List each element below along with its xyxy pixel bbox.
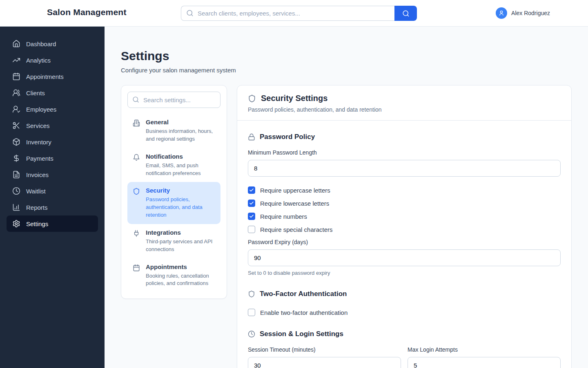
sidebar-item-payments[interactable]: Payments (7, 150, 98, 166)
settings-nav-item-security[interactable]: Security Password policies, authenticati… (127, 182, 220, 224)
settings-nav-label: Security (146, 187, 215, 194)
sidebar-item-clients[interactable]: Clients (7, 85, 98, 101)
lock-icon (248, 133, 255, 141)
search-icon (186, 9, 194, 17)
sidebar-item-label: Analytics (26, 57, 51, 64)
section-title-session-login: Session & Login Settings (260, 330, 343, 338)
require-uppercase-checkbox[interactable]: Require uppercase letters (248, 186, 561, 194)
checkbox-label: Enable two-factor authentication (260, 309, 347, 316)
user-check-icon (12, 105, 20, 113)
panel-subtitle: Password policies, authentication, and d… (248, 106, 561, 113)
settings-nav-description: Booking rules, cancellation policies, an… (146, 272, 215, 288)
settings-nav-item-general[interactable]: General Business information, hours, and… (127, 114, 220, 148)
min-password-length-label: Minimum Password Length (248, 149, 561, 156)
sidebar-item-appointments[interactable]: Appointments (7, 68, 98, 85)
min-password-length-input[interactable] (248, 160, 561, 177)
top-bar: Salon Management Alex Rodriguez (0, 0, 588, 27)
bar-chart-icon (12, 203, 20, 211)
settings-nav-item-notifications[interactable]: Notifications Email, SMS, and push notif… (127, 148, 220, 182)
require-numbers-checkbox[interactable]: Require numbers (248, 213, 561, 220)
require-special-characters-checkbox[interactable]: Require special characters (248, 226, 561, 233)
sidebar-item-label: Appointments (26, 73, 64, 80)
settings-nav-description: Business information, hours, and regiona… (146, 128, 215, 143)
scissors-icon (12, 121, 20, 130)
shield-icon (248, 290, 255, 298)
building-icon (133, 119, 140, 143)
security-settings-panel: Security Settings Password policies, aut… (237, 85, 572, 368)
session-timeout-input[interactable] (248, 357, 401, 368)
sidebar-item-employees[interactable]: Employees (7, 101, 98, 117)
password-expiry-label: Password Expiry (days) (248, 239, 561, 245)
require-lowercase-checkbox[interactable]: Require lowercase letters (248, 200, 561, 207)
checkbox-label: Require uppercase letters (260, 187, 330, 194)
checkbox-label: Require numbers (260, 213, 307, 220)
page-title: Settings (121, 49, 572, 63)
dollar-icon (12, 154, 20, 162)
search-icon (402, 10, 410, 17)
checkbox-icon (248, 213, 255, 220)
plug-icon (133, 230, 140, 254)
file-text-icon (12, 171, 20, 179)
settings-nav-label: Appointments (146, 263, 215, 270)
settings-nav-label: General (146, 119, 215, 126)
sidebar-item-inventory[interactable]: Inventory (7, 134, 98, 150)
checkbox-icon (248, 226, 255, 233)
clock-icon (248, 330, 255, 338)
sidebar-item-waitlist[interactable]: Waitlist (7, 183, 98, 199)
settings-nav-description: Email, SMS, and push notification prefer… (146, 162, 215, 177)
global-search-input[interactable] (181, 6, 394, 21)
calendar-icon (133, 264, 140, 288)
shield-icon (133, 188, 140, 219)
sidebar-item-label: Services (26, 122, 50, 129)
page-subtitle: Configure your salon management system (121, 67, 572, 74)
session-timeout-label: Session Timeout (minutes) (248, 346, 401, 353)
sidebar-item-label: Employees (26, 106, 56, 113)
checkbox-icon (248, 200, 255, 207)
settings-nav-description: Third-party services and API connections (146, 238, 215, 254)
sidebar-item-services[interactable]: Services (7, 117, 98, 134)
trending-up-icon (12, 56, 20, 64)
sidebar-item-reports[interactable]: Reports (7, 199, 98, 215)
sidebar-item-label: Dashboard (26, 40, 56, 47)
bell-icon (133, 154, 140, 177)
search-icon (132, 96, 139, 103)
home-icon (12, 40, 20, 48)
checkbox-label: Require lowercase letters (260, 200, 329, 207)
settings-nav: General Business information, hours, and… (121, 85, 227, 299)
shield-icon (248, 94, 256, 103)
main-content: Settings Configure your salon management… (105, 27, 588, 368)
search-button[interactable] (394, 6, 417, 21)
settings-search-input[interactable] (127, 92, 220, 108)
sidebar-item-analytics[interactable]: Analytics (7, 52, 98, 68)
section-title-two-factor: Two-Factor Authentication (260, 290, 347, 298)
sidebar: Dashboard Analytics Appointments Clients… (0, 27, 105, 368)
checkbox-icon (248, 186, 255, 194)
sidebar-item-label: Inventory (26, 139, 51, 146)
app-title: Salon Management (47, 7, 127, 17)
settings-nav-item-integrations[interactable]: Integrations Third-party services and AP… (127, 224, 220, 258)
sidebar-item-label: Clients (26, 90, 45, 96)
panel-title: Security Settings (261, 94, 327, 103)
gear-icon (12, 220, 20, 228)
sidebar-item-label: Waitlist (26, 188, 46, 195)
sidebar-item-label: Invoices (26, 171, 49, 178)
sidebar-item-invoices[interactable]: Invoices (7, 166, 98, 183)
global-search (181, 6, 417, 21)
max-login-attempts-label: Max Login Attempts (408, 346, 561, 353)
settings-nav-item-appointments[interactable]: Appointments Booking rules, cancellation… (127, 258, 220, 293)
checkbox-icon (248, 309, 255, 316)
sidebar-item-label: Payments (26, 155, 53, 162)
checkbox-label: Require special characters (260, 226, 333, 233)
user-menu[interactable]: Alex Rodriguez (496, 7, 550, 19)
users-icon (12, 89, 20, 97)
settings-nav-label: Notifications (146, 153, 215, 160)
password-expiry-input[interactable] (248, 249, 561, 266)
sidebar-item-dashboard[interactable]: Dashboard (7, 36, 98, 52)
settings-nav-description: Password policies, authentication, and d… (146, 196, 215, 219)
sidebar-item-settings[interactable]: Settings (7, 215, 98, 232)
package-icon (12, 138, 20, 146)
password-expiry-help: Set to 0 to disable password expiry (248, 270, 561, 276)
calendar-icon (12, 72, 20, 81)
enable-two-factor-checkbox[interactable]: Enable two-factor authentication (248, 309, 561, 316)
max-login-attempts-input[interactable] (408, 357, 561, 368)
